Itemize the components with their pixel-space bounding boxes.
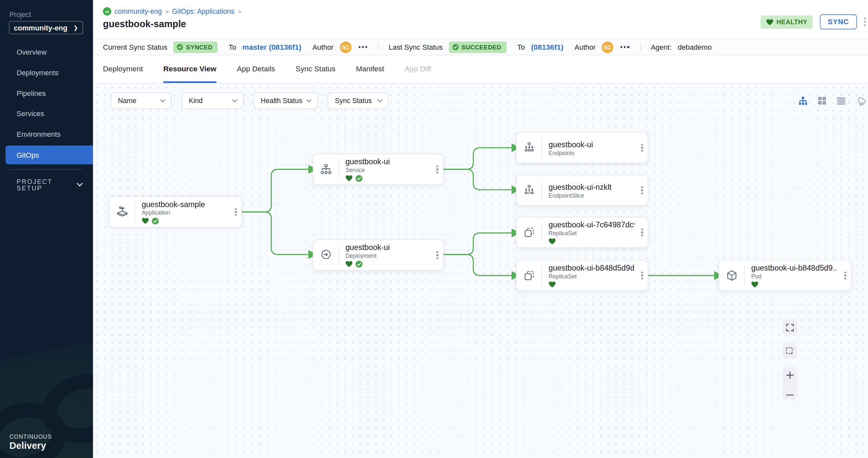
module-brand-bottom: Delivery: [9, 440, 52, 452]
sidebar-item-environments[interactable]: Environments: [0, 124, 93, 144]
node-health-row: [345, 260, 429, 268]
synced-badge-label: SYNCED: [186, 44, 213, 51]
node-menu-icon[interactable]: [230, 208, 242, 216]
zoom-in-icon: [786, 371, 794, 379]
breadcrumb: ∞ community-eng > GitOps: Applications >: [103, 7, 242, 15]
filter-health-status[interactable]: Health Status: [254, 92, 318, 109]
current-revision-link[interactable]: master (08136f1): [242, 43, 301, 51]
cloud-view-icon[interactable]: [856, 96, 867, 106]
healthy-heart-icon: [751, 281, 758, 288]
breadcrumb-applications-link[interactable]: GitOps: Applications: [172, 7, 234, 15]
node-deployment-guestbook-ui[interactable]: guestbook-ui Deployment: [313, 239, 443, 270]
node-health-row: [751, 281, 838, 288]
main-area: ∞ community-eng > GitOps: Applications >…: [93, 0, 868, 458]
author-avatar[interactable]: SC: [340, 41, 351, 53]
node-menu-icon[interactable]: [840, 271, 851, 280]
sidebar-item-pipelines[interactable]: Pipelines: [0, 83, 93, 104]
sidebar-item-gitops[interactable]: GitOps: [6, 145, 93, 165]
agent-value: debademo: [678, 43, 712, 51]
node-body: guestbook-sample Application: [135, 200, 230, 224]
check-circle-icon: [177, 44, 183, 51]
marquee-select-button[interactable]: [782, 344, 797, 359]
tab-deployment[interactable]: Deployment: [103, 65, 143, 83]
fullscreen-button[interactable]: [782, 320, 797, 335]
resource-graph-canvas[interactable]: Name Kind Health Status Sync Status: [93, 84, 868, 458]
node-title: guestbook-ui: [345, 157, 429, 166]
node-menu-icon[interactable]: [432, 251, 443, 259]
node-health-row: [549, 238, 634, 244]
commit-more-icon[interactable]: [620, 44, 630, 50]
chevron-down-icon: [160, 99, 165, 102]
node-endpoints-guestbook-ui[interactable]: guestbook-ui Endpoints: [516, 132, 648, 163]
filter-sync-status[interactable]: Sync Status: [328, 92, 389, 109]
node-body: guestbook-ui-7c64987dc9 ReplicaSet: [542, 220, 637, 244]
module-brand-top: CONTINUOUS: [9, 433, 52, 440]
gitops-app-icon: ∞: [103, 7, 111, 15]
node-replicaset-guestbook-ui-b848d5d9d[interactable]: guestbook-ui-b848d5d9d ReplicaSet: [516, 260, 648, 291]
chevron-down-icon: [306, 99, 312, 102]
marquee-select-icon: [785, 347, 794, 355]
node-service-guestbook-ui[interactable]: guestbook-ui Service: [313, 154, 443, 185]
sidebar: Project community-eng ❯ Overview Deploym…: [0, 0, 93, 458]
sidebar-item-services[interactable]: Services: [0, 103, 93, 124]
node-menu-icon[interactable]: [432, 165, 443, 173]
filter-kind[interactable]: Kind: [182, 92, 244, 109]
succeeded-badge-label: SUCCEEDED: [462, 44, 501, 51]
node-replicaset-guestbook-ui-7c64987dc9[interactable]: guestbook-ui-7c64987dc9 ReplicaSet: [516, 217, 648, 248]
tab-sync-status[interactable]: Sync Status: [296, 65, 336, 83]
application-icon: [110, 205, 134, 219]
sidebar-item-overview[interactable]: Overview: [0, 42, 93, 63]
node-kind: Service: [345, 166, 429, 173]
more-options-icon[interactable]: [864, 18, 866, 26]
module-brand: CONTINUOUS Delivery: [9, 433, 52, 452]
node-kind: Application: [142, 209, 228, 215]
author-label: Author: [575, 43, 596, 51]
health-badge-label: HEALTHY: [777, 19, 807, 25]
node-menu-icon[interactable]: [637, 228, 648, 236]
zoom-out-icon: [786, 394, 794, 396]
tab-manifest[interactable]: Manifest: [356, 65, 384, 83]
node-application-guestbook-sample[interactable]: guestbook-sample Application: [109, 196, 242, 227]
node-menu-icon[interactable]: [637, 187, 648, 195]
tab-app-details[interactable]: App Details: [237, 65, 275, 83]
project-setup-toggle[interactable]: PROJECT SETUP: [17, 178, 83, 192]
node-pod-guestbook-ui-b848d5d9[interactable]: guestbook-ui-b848d5d9... Pod: [718, 260, 851, 291]
sync-button[interactable]: SYNC: [820, 14, 857, 29]
node-body: guestbook-ui Deployment: [339, 243, 432, 268]
heart-icon: [766, 19, 773, 25]
page-title: guestbook-sample: [103, 19, 186, 30]
commit-more-icon[interactable]: [358, 44, 368, 50]
tab-bar: Deployment Resource View App Details Syn…: [93, 55, 868, 84]
breadcrumb-separator: >: [165, 8, 169, 15]
divider: [378, 42, 379, 52]
node-kind: ReplicaSet: [549, 273, 634, 280]
node-endpointslice-guestbook-ui-nzklt[interactable]: guestbook-ui-nzklt EndpointSlice: [516, 175, 648, 206]
breadcrumb-project-link[interactable]: community-eng: [115, 7, 162, 15]
project-setup-label: PROJECT SETUP: [17, 178, 76, 192]
healthy-heart-icon: [142, 218, 149, 224]
grid-view-icon[interactable]: [817, 96, 827, 105]
agent-label: Agent:: [651, 43, 672, 51]
list-view-icon[interactable]: [837, 97, 846, 105]
zoom-out-button[interactable]: [786, 394, 794, 396]
tab-app-diff[interactable]: App Diff: [405, 65, 431, 83]
node-title: guestbook-ui-nzklt: [549, 182, 634, 191]
node-title: guestbook-ui-b848d5d9...: [751, 263, 838, 272]
node-kind: Deployment: [345, 252, 429, 258]
zoom-in-button[interactable]: [786, 371, 794, 379]
tab-resource-view[interactable]: Resource View: [163, 65, 216, 83]
node-health-row: [549, 281, 634, 288]
project-selector[interactable]: community-eng ❯: [9, 21, 83, 34]
service-icon: [313, 164, 338, 175]
author-label: Author: [312, 43, 334, 51]
last-revision-link[interactable]: (08136f1): [531, 43, 563, 51]
node-menu-icon[interactable]: [637, 271, 648, 280]
author-avatar[interactable]: SC: [602, 41, 614, 53]
sidebar-item-deployments[interactable]: Deployments: [0, 63, 93, 83]
tree-view-icon[interactable]: [798, 96, 808, 105]
filter-name[interactable]: Name: [111, 92, 172, 109]
node-menu-icon[interactable]: [637, 143, 648, 152]
fullscreen-icon: [786, 324, 794, 331]
current-sync-label: Current Sync Status: [103, 43, 167, 51]
synced-badge: SYNCED: [174, 41, 218, 53]
